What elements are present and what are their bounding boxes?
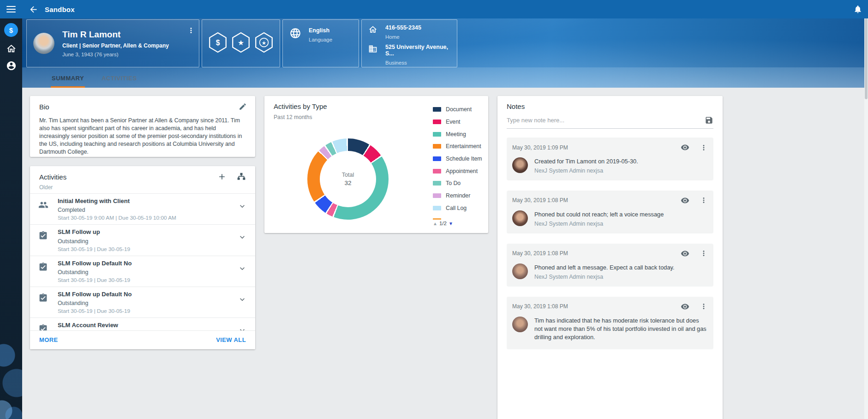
activity-row[interactable]: SLM Follow up Default NoOutstandingStart…: [30, 287, 255, 317]
note-menu-icon[interactable]: [700, 196, 708, 204]
chevron-down-icon[interactable]: [238, 202, 247, 213]
activity-row[interactable]: SLM Follow up Default NoOutstandingStart…: [30, 256, 255, 287]
notifications-icon[interactable]: [853, 5, 862, 16]
star-hex-badge-icon[interactable]: ★: [231, 32, 251, 55]
page-scrollbar[interactable]: [864, 18, 868, 419]
legend-page-up-icon[interactable]: ▲: [433, 221, 437, 226]
avatar: [512, 210, 528, 226]
edit-pencil-icon[interactable]: [239, 102, 247, 113]
page-title: Sandbox: [45, 6, 75, 13]
bio-title: Bio: [39, 103, 246, 111]
avatar: [512, 157, 528, 173]
legend-swatch: [433, 132, 441, 137]
scrollbar-thumb[interactable]: [865, 18, 868, 99]
legend-item-clipped: [433, 214, 487, 220]
profile-menu-icon[interactable]: [187, 26, 195, 36]
more-button[interactable]: MORE: [39, 336, 58, 343]
activity-title: SLM Account Review: [58, 322, 234, 329]
legend-swatch: [433, 169, 441, 174]
legend-item[interactable]: Call Log: [433, 202, 487, 215]
address-row[interactable]: 525 University Avenue, S... Business: [368, 44, 450, 66]
contact-birthdate: June 3, 1943 (76 years): [62, 52, 169, 57]
legend-page-down-icon[interactable]: ▼: [449, 221, 453, 226]
legend-item[interactable]: Entertainment: [433, 140, 487, 153]
new-note-input[interactable]: [507, 117, 700, 124]
bio-text: Mr. Tim Lamont has been a Senior Partner…: [39, 117, 246, 156]
legend-item[interactable]: Event: [433, 116, 487, 128]
activity-status: Outstanding: [58, 238, 234, 245]
legend-swatch: [433, 120, 441, 124]
activity-status: Outstanding: [58, 300, 234, 306]
legend-swatch: [433, 218, 441, 220]
language-value: English: [309, 27, 332, 34]
donut-total-value: 32: [344, 180, 351, 186]
avatar[interactable]: [33, 33, 54, 54]
note-menu-icon[interactable]: [700, 144, 708, 152]
legend-label: Meeting: [446, 131, 466, 138]
phone-row[interactable]: 416-555-2345 Home: [368, 24, 450, 40]
svg-text:★: ★: [238, 38, 244, 47]
badges-card: $ ★ ★: [202, 19, 280, 67]
profile-icon[interactable]: [6, 60, 17, 71]
view-all-button[interactable]: VIEW ALL: [216, 336, 246, 343]
note-author: NexJ System Admin nexjsa: [534, 221, 664, 227]
add-activity-icon[interactable]: [217, 172, 227, 181]
contact-name: Tim R Lamont: [62, 30, 169, 40]
activities-title: Activities: [39, 173, 207, 181]
language-label: Language: [309, 37, 332, 42]
chevron-down-icon[interactable]: [238, 264, 247, 275]
seal-hex-badge-icon[interactable]: ★: [254, 32, 274, 55]
legend-item[interactable]: Reminder: [433, 190, 487, 202]
legend-item[interactable]: Appointment: [433, 165, 487, 177]
legend-item[interactable]: Schedule Item: [433, 153, 487, 165]
activity-status: Outstanding: [58, 269, 234, 275]
legend-item[interactable]: To Do: [433, 177, 487, 190]
activity-row[interactable]: Initial Meeting with ClientCompletedStar…: [30, 193, 255, 224]
note-author: NexJ System Admin nexjsa: [534, 168, 638, 174]
phone-value: 416-555-2345: [385, 24, 421, 31]
tab-summary[interactable]: SUMMARY: [51, 69, 85, 88]
note-text: Tim has indicated that he has moderate r…: [534, 317, 708, 341]
activity-status: Completed: [58, 207, 234, 213]
legend-label: Reminder: [446, 192, 470, 199]
eye-icon[interactable]: [681, 143, 689, 152]
avatar: [512, 263, 528, 279]
hierarchy-icon[interactable]: [237, 172, 246, 181]
svg-text:★: ★: [262, 40, 266, 46]
notes-title: Notes: [507, 102, 713, 110]
legend-label: Call Log: [446, 205, 467, 211]
business-building-icon: [368, 44, 377, 55]
task-icon: [38, 293, 52, 305]
note-timestamp: May 30, 2019 1:08 PM: [512, 197, 681, 204]
note-item: May 30, 2019 1:08 PMTim has indicated th…: [507, 297, 713, 350]
profile-card: Tim R Lamont Client | Senior Partner, Al…: [26, 19, 199, 67]
eye-icon[interactable]: [681, 249, 689, 258]
main-content: Bio Mr. Tim Lamont has been a Senior Par…: [22, 88, 868, 419]
chevron-down-icon[interactable]: [238, 295, 247, 306]
back-button[interactable]: [29, 5, 38, 14]
left-rail: $: [0, 18, 22, 419]
address-value: 525 University Avenue, S...: [385, 44, 450, 57]
note-text: Phoned and left a message. Expect a call…: [534, 263, 675, 272]
legend-label: Document: [446, 106, 472, 113]
home-icon[interactable]: [6, 43, 17, 54]
legend-item[interactable]: Document: [433, 103, 487, 116]
activity-row[interactable]: SLM Follow upOutstandingStart 30-05-19 |…: [30, 224, 255, 255]
tab-activities[interactable]: ACTIVITIES: [101, 69, 138, 88]
chevron-down-icon[interactable]: [238, 233, 247, 244]
save-note-icon[interactable]: [705, 116, 713, 125]
accounts-icon[interactable]: $: [4, 23, 18, 37]
dollar-hex-badge-icon[interactable]: $: [208, 32, 227, 55]
donut-chart[interactable]: Total 32: [307, 138, 389, 220]
note-timestamp: May 30, 2019 1:09 PM: [512, 144, 681, 151]
note-menu-icon[interactable]: [700, 302, 708, 311]
menu-icon[interactable]: [6, 4, 16, 14]
eye-icon[interactable]: [681, 302, 689, 311]
note-item: May 30, 2019 1:08 PMPhoned and left a me…: [507, 244, 713, 287]
legend-item[interactable]: Meeting: [433, 128, 487, 140]
eye-icon[interactable]: [681, 196, 689, 205]
note-menu-icon[interactable]: [700, 249, 708, 257]
chart-subtitle: Past 12 months: [274, 114, 312, 120]
note-timestamp: May 30, 2019 1:08 PM: [512, 250, 681, 257]
note-text: Phoned but could not reach; left a voice…: [534, 210, 664, 219]
